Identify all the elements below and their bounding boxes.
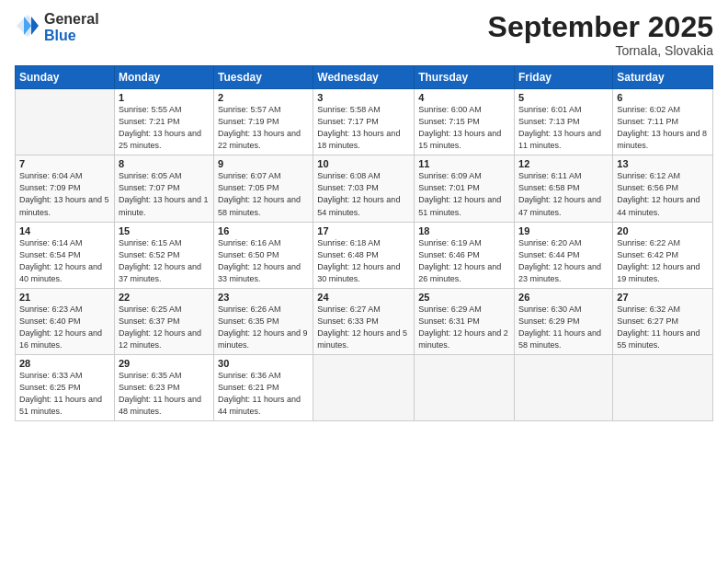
day-number: 26: [518, 292, 609, 303]
day-number: 12: [518, 158, 609, 169]
calendar-cell: 1Sunrise: 5:55 AMSunset: 7:21 PMDaylight…: [114, 89, 213, 155]
title-block: September 2025 Tornala, Slovakia: [488, 11, 713, 58]
day-info: Sunrise: 6:20 AMSunset: 6:44 PMDaylight:…: [518, 237, 609, 285]
calendar-cell: 18Sunrise: 6:19 AMSunset: 6:46 PMDayligh…: [415, 222, 515, 288]
day-number: 15: [119, 225, 210, 236]
day-number: 19: [518, 225, 609, 236]
day-number: 23: [218, 292, 309, 303]
calendar-cell: 20Sunrise: 6:22 AMSunset: 6:42 PMDayligh…: [613, 222, 713, 288]
month-title: September 2025: [488, 11, 713, 43]
day-info: Sunrise: 6:36 AMSunset: 6:21 PMDaylight:…: [218, 370, 309, 418]
day-info: Sunrise: 6:32 AMSunset: 6:27 PMDaylight:…: [617, 304, 709, 351]
day-number: 1: [119, 92, 210, 103]
weekday-header: Thursday: [415, 66, 515, 89]
logo-general: General: [44, 11, 99, 28]
page: General Blue September 2025 Tornala, Slo…: [0, 0, 728, 563]
day-number: 9: [218, 158, 309, 169]
day-info: Sunrise: 6:04 AMSunset: 7:09 PMDaylight:…: [19, 170, 110, 218]
calendar-cell: 15Sunrise: 6:15 AMSunset: 6:52 PMDayligh…: [114, 222, 213, 288]
day-number: 27: [617, 292, 709, 303]
day-number: 4: [418, 92, 510, 103]
calendar-cell: 24Sunrise: 6:27 AMSunset: 6:33 PMDayligh…: [313, 288, 415, 354]
day-info: Sunrise: 6:09 AMSunset: 7:01 PMDaylight:…: [418, 170, 510, 218]
calendar-week-row: 7Sunrise: 6:04 AMSunset: 7:09 PMDaylight…: [16, 155, 713, 222]
calendar-cell: 19Sunrise: 6:20 AMSunset: 6:44 PMDayligh…: [515, 222, 613, 288]
calendar-cell: 28Sunrise: 6:33 AMSunset: 6:25 PMDayligh…: [16, 354, 115, 420]
day-info: Sunrise: 5:58 AMSunset: 7:17 PMDaylight:…: [317, 104, 410, 152]
calendar-cell: 29Sunrise: 6:35 AMSunset: 6:23 PMDayligh…: [114, 354, 213, 420]
calendar-cell: 13Sunrise: 6:12 AMSunset: 6:56 PMDayligh…: [613, 155, 713, 222]
calendar-cell: 30Sunrise: 6:36 AMSunset: 6:21 PMDayligh…: [214, 354, 313, 420]
calendar: SundayMondayTuesdayWednesdayThursdayFrid…: [15, 65, 713, 421]
calendar-cell: [515, 354, 613, 420]
day-number: 5: [518, 92, 609, 103]
day-info: Sunrise: 6:07 AMSunset: 7:05 PMDaylight:…: [218, 170, 309, 218]
day-info: Sunrise: 6:05 AMSunset: 7:07 PMDaylight:…: [119, 170, 210, 218]
day-info: Sunrise: 6:22 AMSunset: 6:42 PMDaylight:…: [617, 237, 709, 285]
day-info: Sunrise: 6:30 AMSunset: 6:29 PMDaylight:…: [518, 304, 609, 351]
day-number: 6: [617, 92, 709, 103]
day-info: Sunrise: 6:12 AMSunset: 6:56 PMDaylight:…: [617, 170, 709, 218]
day-number: 28: [19, 358, 110, 369]
calendar-header-row: SundayMondayTuesdayWednesdayThursdayFrid…: [16, 66, 713, 89]
day-number: 11: [418, 158, 510, 169]
day-info: Sunrise: 6:18 AMSunset: 6:48 PMDaylight:…: [317, 237, 410, 285]
day-info: Sunrise: 6:11 AMSunset: 6:58 PMDaylight:…: [518, 170, 609, 218]
calendar-week-row: 21Sunrise: 6:23 AMSunset: 6:40 PMDayligh…: [16, 288, 713, 354]
calendar-cell: 12Sunrise: 6:11 AMSunset: 6:58 PMDayligh…: [515, 155, 613, 222]
calendar-cell: 6Sunrise: 6:02 AMSunset: 7:11 PMDaylight…: [613, 89, 713, 155]
day-info: Sunrise: 5:55 AMSunset: 7:21 PMDaylight:…: [119, 104, 210, 152]
day-number: 3: [317, 92, 410, 103]
calendar-cell: 10Sunrise: 6:08 AMSunset: 7:03 PMDayligh…: [313, 155, 415, 222]
calendar-cell: 16Sunrise: 6:16 AMSunset: 6:50 PMDayligh…: [214, 222, 313, 288]
day-info: Sunrise: 6:29 AMSunset: 6:31 PMDaylight:…: [418, 304, 510, 351]
day-number: 30: [218, 358, 309, 369]
calendar-cell: 11Sunrise: 6:09 AMSunset: 7:01 PMDayligh…: [415, 155, 515, 222]
logo: General Blue: [15, 11, 99, 43]
calendar-cell: 8Sunrise: 6:05 AMSunset: 7:07 PMDaylight…: [114, 155, 213, 222]
weekday-header: Wednesday: [313, 66, 415, 89]
day-number: 13: [617, 158, 709, 169]
calendar-cell: 27Sunrise: 6:32 AMSunset: 6:27 PMDayligh…: [613, 288, 713, 354]
weekday-header: Monday: [114, 66, 213, 89]
calendar-cell: 22Sunrise: 6:25 AMSunset: 6:37 PMDayligh…: [114, 288, 213, 354]
day-info: Sunrise: 6:33 AMSunset: 6:25 PMDaylight:…: [19, 370, 110, 418]
logo-icon: [15, 13, 40, 39]
calendar-cell: [415, 354, 515, 420]
calendar-cell: [16, 89, 115, 155]
calendar-cell: 5Sunrise: 6:01 AMSunset: 7:13 PMDaylight…: [515, 89, 613, 155]
calendar-cell: 9Sunrise: 6:07 AMSunset: 7:05 PMDaylight…: [214, 155, 313, 222]
day-info: Sunrise: 6:00 AMSunset: 7:15 PMDaylight:…: [418, 104, 510, 152]
day-info: Sunrise: 6:14 AMSunset: 6:54 PMDaylight:…: [19, 237, 110, 285]
day-info: Sunrise: 6:23 AMSunset: 6:40 PMDaylight:…: [19, 304, 110, 351]
day-number: 10: [317, 158, 410, 169]
calendar-cell: 7Sunrise: 6:04 AMSunset: 7:09 PMDaylight…: [16, 155, 115, 222]
day-info: Sunrise: 6:27 AMSunset: 6:33 PMDaylight:…: [317, 304, 410, 351]
day-number: 14: [19, 225, 110, 236]
calendar-cell: 17Sunrise: 6:18 AMSunset: 6:48 PMDayligh…: [313, 222, 415, 288]
calendar-week-row: 28Sunrise: 6:33 AMSunset: 6:25 PMDayligh…: [16, 354, 713, 420]
day-info: Sunrise: 6:08 AMSunset: 7:03 PMDaylight:…: [317, 170, 410, 218]
calendar-week-row: 1Sunrise: 5:55 AMSunset: 7:21 PMDaylight…: [16, 89, 713, 155]
header: General Blue September 2025 Tornala, Slo…: [15, 11, 713, 58]
day-info: Sunrise: 6:16 AMSunset: 6:50 PMDaylight:…: [218, 237, 309, 285]
day-info: Sunrise: 6:26 AMSunset: 6:35 PMDaylight:…: [218, 304, 309, 351]
day-number: 24: [317, 292, 410, 303]
calendar-cell: 4Sunrise: 6:00 AMSunset: 7:15 PMDaylight…: [415, 89, 515, 155]
weekday-header: Tuesday: [214, 66, 313, 89]
calendar-week-row: 14Sunrise: 6:14 AMSunset: 6:54 PMDayligh…: [16, 222, 713, 288]
day-info: Sunrise: 6:02 AMSunset: 7:11 PMDaylight:…: [617, 104, 709, 152]
day-info: Sunrise: 6:25 AMSunset: 6:37 PMDaylight:…: [119, 304, 210, 351]
location: Tornala, Slovakia: [488, 43, 713, 58]
weekday-header: Saturday: [613, 66, 713, 89]
day-info: Sunrise: 5:57 AMSunset: 7:19 PMDaylight:…: [218, 104, 309, 152]
calendar-cell: [313, 354, 415, 420]
calendar-cell: 26Sunrise: 6:30 AMSunset: 6:29 PMDayligh…: [515, 288, 613, 354]
weekday-header: Friday: [515, 66, 613, 89]
calendar-cell: 3Sunrise: 5:58 AMSunset: 7:17 PMDaylight…: [313, 89, 415, 155]
day-number: 18: [418, 225, 510, 236]
logo-blue: Blue: [44, 28, 99, 44]
calendar-cell: 14Sunrise: 6:14 AMSunset: 6:54 PMDayligh…: [16, 222, 115, 288]
calendar-cell: [613, 354, 713, 420]
day-number: 22: [119, 292, 210, 303]
